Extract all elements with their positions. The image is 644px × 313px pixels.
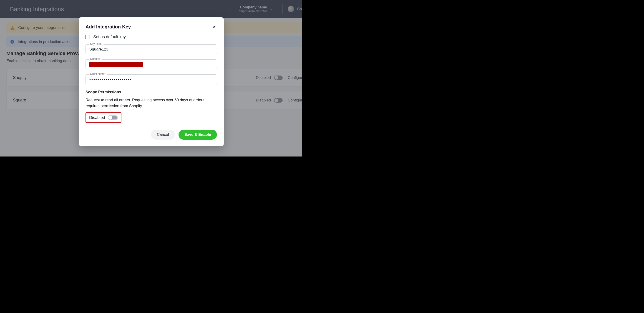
checkbox-icon[interactable] (86, 35, 90, 39)
cancel-button[interactable]: Cancel (151, 130, 175, 140)
redacted-value (89, 62, 143, 67)
key-label-input[interactable] (86, 44, 217, 54)
scope-toggle[interactable] (108, 115, 118, 120)
set-default-row[interactable]: Set as default key (86, 34, 217, 39)
scope-toggle-label: Disabled (89, 115, 105, 120)
set-default-label: Set as default key (93, 34, 126, 39)
close-icon[interactable] (212, 24, 217, 30)
modal-title: Add Integration Key (86, 24, 131, 30)
save-enable-button[interactable]: Save & Enable (178, 130, 217, 140)
letterbox-bar (302, 0, 322, 156)
field-label: Client secret (89, 72, 107, 76)
scope-permissions-title: Scope Permissions (86, 90, 217, 94)
field-label: Key Label (89, 42, 104, 46)
scope-permissions-description: Request to read all orders. Requesting a… (86, 97, 217, 109)
field-label: Cllient id (89, 57, 102, 60)
scope-toggle-row: Disabled (86, 112, 122, 123)
add-integration-key-modal: Add Integration Key Set as default key K… (79, 17, 224, 146)
client-id-field: Cllient id (86, 59, 217, 70)
client-secret-input[interactable] (86, 74, 217, 84)
client-secret-field: Client secret (86, 74, 217, 84)
key-label-field: Key Label (86, 44, 217, 54)
